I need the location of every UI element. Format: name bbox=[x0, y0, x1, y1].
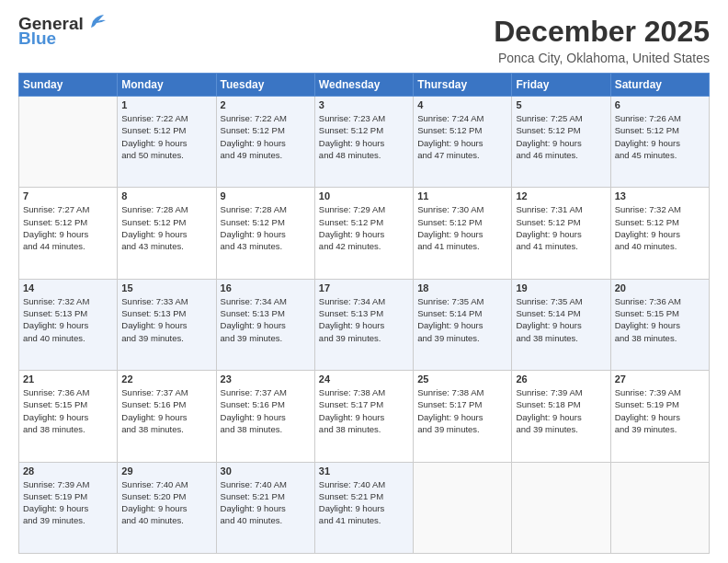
calendar-cell: 16Sunrise: 7:34 AM Sunset: 5:13 PM Dayli… bbox=[216, 279, 314, 370]
calendar-cell: 30Sunrise: 7:40 AM Sunset: 5:21 PM Dayli… bbox=[216, 462, 314, 553]
day-info: Sunrise: 7:34 AM Sunset: 5:13 PM Dayligh… bbox=[221, 295, 311, 344]
calendar-cell: 31Sunrise: 7:40 AM Sunset: 5:21 PM Dayli… bbox=[314, 462, 413, 553]
calendar-cell: 1Sunrise: 7:22 AM Sunset: 5:12 PM Daylig… bbox=[118, 97, 216, 188]
day-number: 18 bbox=[417, 282, 507, 293]
calendar-cell bbox=[512, 462, 610, 553]
day-number: 4 bbox=[417, 99, 507, 110]
calendar-week-row: 21Sunrise: 7:36 AM Sunset: 5:15 PM Dayli… bbox=[19, 371, 710, 462]
calendar-cell: 22Sunrise: 7:37 AM Sunset: 5:16 PM Dayli… bbox=[118, 371, 216, 462]
logo: General Blue bbox=[18, 15, 106, 49]
day-info: Sunrise: 7:23 AM Sunset: 5:12 PM Dayligh… bbox=[319, 112, 409, 161]
calendar-cell: 23Sunrise: 7:37 AM Sunset: 5:16 PM Dayli… bbox=[216, 371, 314, 462]
calendar-day-header: Tuesday bbox=[216, 74, 314, 97]
calendar-cell: 7Sunrise: 7:27 AM Sunset: 5:12 PM Daylig… bbox=[19, 188, 118, 279]
calendar-cell: 14Sunrise: 7:32 AM Sunset: 5:13 PM Dayli… bbox=[19, 279, 118, 370]
calendar-cell: 4Sunrise: 7:24 AM Sunset: 5:12 PM Daylig… bbox=[414, 97, 512, 188]
day-number: 21 bbox=[23, 373, 113, 385]
day-number: 1 bbox=[121, 99, 211, 110]
calendar-cell: 18Sunrise: 7:35 AM Sunset: 5:14 PM Dayli… bbox=[414, 279, 512, 370]
day-number: 9 bbox=[221, 190, 311, 201]
day-info: Sunrise: 7:27 AM Sunset: 5:12 PM Dayligh… bbox=[23, 203, 113, 252]
calendar-cell: 21Sunrise: 7:36 AM Sunset: 5:15 PM Dayli… bbox=[19, 371, 118, 462]
day-number: 15 bbox=[121, 282, 211, 293]
calendar-cell: 15Sunrise: 7:33 AM Sunset: 5:13 PM Dayli… bbox=[118, 279, 216, 370]
calendar-cell: 19Sunrise: 7:35 AM Sunset: 5:14 PM Dayli… bbox=[512, 279, 610, 370]
day-info: Sunrise: 7:30 AM Sunset: 5:12 PM Dayligh… bbox=[417, 203, 507, 252]
day-number: 25 bbox=[417, 373, 507, 385]
calendar-cell: 20Sunrise: 7:36 AM Sunset: 5:15 PM Dayli… bbox=[610, 279, 709, 370]
day-info: Sunrise: 7:28 AM Sunset: 5:12 PM Dayligh… bbox=[221, 203, 311, 252]
calendar-cell: 27Sunrise: 7:39 AM Sunset: 5:19 PM Dayli… bbox=[610, 371, 709, 462]
calendar-cell: 17Sunrise: 7:34 AM Sunset: 5:13 PM Dayli… bbox=[314, 279, 413, 370]
day-info: Sunrise: 7:37 AM Sunset: 5:16 PM Dayligh… bbox=[221, 386, 311, 435]
calendar-cell: 24Sunrise: 7:38 AM Sunset: 5:17 PM Dayli… bbox=[314, 371, 413, 462]
month-title: December 2025 bbox=[494, 15, 710, 49]
day-info: Sunrise: 7:29 AM Sunset: 5:12 PM Dayligh… bbox=[319, 203, 409, 252]
calendar-table: SundayMondayTuesdayWednesdayThursdayFrid… bbox=[18, 73, 710, 554]
day-info: Sunrise: 7:36 AM Sunset: 5:15 PM Dayligh… bbox=[615, 295, 705, 344]
calendar-cell: 8Sunrise: 7:28 AM Sunset: 5:12 PM Daylig… bbox=[118, 188, 216, 279]
day-info: Sunrise: 7:33 AM Sunset: 5:13 PM Dayligh… bbox=[121, 295, 211, 344]
calendar-day-header: Friday bbox=[512, 74, 610, 97]
day-number: 6 bbox=[615, 99, 705, 110]
day-info: Sunrise: 7:26 AM Sunset: 5:12 PM Dayligh… bbox=[615, 112, 705, 161]
day-info: Sunrise: 7:37 AM Sunset: 5:16 PM Dayligh… bbox=[121, 386, 211, 435]
day-number: 13 bbox=[615, 190, 705, 201]
calendar-cell: 10Sunrise: 7:29 AM Sunset: 5:12 PM Dayli… bbox=[314, 188, 413, 279]
day-number: 8 bbox=[121, 190, 211, 201]
calendar-day-header: Wednesday bbox=[314, 74, 413, 97]
calendar-cell: 26Sunrise: 7:39 AM Sunset: 5:18 PM Dayli… bbox=[512, 371, 610, 462]
calendar-cell: 6Sunrise: 7:26 AM Sunset: 5:12 PM Daylig… bbox=[610, 97, 709, 188]
day-number: 5 bbox=[516, 99, 606, 110]
day-number: 30 bbox=[221, 465, 311, 477]
day-info: Sunrise: 7:28 AM Sunset: 5:12 PM Dayligh… bbox=[121, 203, 211, 252]
calendar-cell: 29Sunrise: 7:40 AM Sunset: 5:20 PM Dayli… bbox=[118, 462, 216, 553]
day-number: 10 bbox=[319, 190, 409, 201]
calendar-week-row: 28Sunrise: 7:39 AM Sunset: 5:19 PM Dayli… bbox=[19, 462, 710, 553]
calendar-cell: 2Sunrise: 7:22 AM Sunset: 5:12 PM Daylig… bbox=[216, 97, 314, 188]
header: General Blue December 2025 Ponca City, O… bbox=[18, 15, 710, 65]
calendar-cell: 12Sunrise: 7:31 AM Sunset: 5:12 PM Dayli… bbox=[512, 188, 610, 279]
logo-bird-icon bbox=[85, 14, 106, 29]
day-info: Sunrise: 7:31 AM Sunset: 5:12 PM Dayligh… bbox=[516, 203, 606, 252]
day-number: 31 bbox=[319, 465, 409, 477]
day-info: Sunrise: 7:39 AM Sunset: 5:18 PM Dayligh… bbox=[516, 386, 606, 435]
day-info: Sunrise: 7:22 AM Sunset: 5:12 PM Dayligh… bbox=[121, 112, 211, 161]
calendar-day-header: Thursday bbox=[414, 74, 512, 97]
day-info: Sunrise: 7:38 AM Sunset: 5:17 PM Dayligh… bbox=[319, 386, 409, 435]
day-number: 20 bbox=[615, 282, 705, 293]
calendar-cell: 25Sunrise: 7:38 AM Sunset: 5:17 PM Dayli… bbox=[414, 371, 512, 462]
calendar-week-row: 14Sunrise: 7:32 AM Sunset: 5:13 PM Dayli… bbox=[19, 279, 710, 370]
calendar-cell: 28Sunrise: 7:39 AM Sunset: 5:19 PM Dayli… bbox=[19, 462, 118, 553]
day-number: 27 bbox=[615, 373, 705, 385]
calendar-week-row: 7Sunrise: 7:27 AM Sunset: 5:12 PM Daylig… bbox=[19, 188, 710, 279]
day-info: Sunrise: 7:32 AM Sunset: 5:12 PM Dayligh… bbox=[615, 203, 705, 252]
logo-blue: Blue bbox=[18, 29, 56, 49]
day-number: 12 bbox=[516, 190, 606, 201]
day-info: Sunrise: 7:24 AM Sunset: 5:12 PM Dayligh… bbox=[417, 112, 507, 161]
day-number: 2 bbox=[221, 99, 311, 110]
day-number: 7 bbox=[23, 190, 113, 201]
day-info: Sunrise: 7:40 AM Sunset: 5:21 PM Dayligh… bbox=[319, 478, 409, 527]
day-info: Sunrise: 7:38 AM Sunset: 5:17 PM Dayligh… bbox=[417, 386, 507, 435]
day-number: 14 bbox=[23, 282, 113, 293]
calendar-day-header: Sunday bbox=[19, 74, 118, 97]
day-info: Sunrise: 7:40 AM Sunset: 5:20 PM Dayligh… bbox=[121, 478, 211, 527]
calendar-cell: 9Sunrise: 7:28 AM Sunset: 5:12 PM Daylig… bbox=[216, 188, 314, 279]
day-number: 24 bbox=[319, 373, 409, 385]
calendar-cell: 3Sunrise: 7:23 AM Sunset: 5:12 PM Daylig… bbox=[314, 97, 413, 188]
day-info: Sunrise: 7:35 AM Sunset: 5:14 PM Dayligh… bbox=[516, 295, 606, 344]
day-info: Sunrise: 7:22 AM Sunset: 5:12 PM Dayligh… bbox=[221, 112, 311, 161]
day-number: 11 bbox=[417, 190, 507, 201]
day-number: 19 bbox=[516, 282, 606, 293]
calendar-cell: 5Sunrise: 7:25 AM Sunset: 5:12 PM Daylig… bbox=[512, 97, 610, 188]
day-info: Sunrise: 7:36 AM Sunset: 5:15 PM Dayligh… bbox=[23, 386, 113, 435]
day-number: 28 bbox=[23, 465, 113, 477]
calendar-day-header: Monday bbox=[118, 74, 216, 97]
day-number: 22 bbox=[121, 373, 211, 385]
page: General Blue December 2025 Ponca City, O… bbox=[0, 0, 728, 563]
day-info: Sunrise: 7:39 AM Sunset: 5:19 PM Dayligh… bbox=[23, 478, 113, 527]
day-number: 23 bbox=[221, 373, 311, 385]
calendar-header-row: SundayMondayTuesdayWednesdayThursdayFrid… bbox=[19, 74, 710, 97]
day-number: 29 bbox=[121, 465, 211, 477]
